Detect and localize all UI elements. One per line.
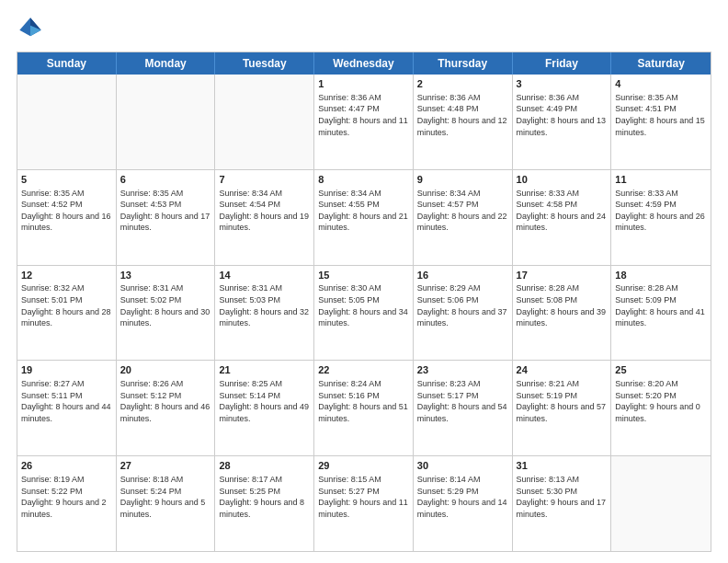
calendar-row: 5Sunrise: 8:35 AM Sunset: 4:52 PM Daylig… <box>17 169 711 265</box>
calendar-day-11: 11Sunrise: 8:33 AM Sunset: 4:59 PM Dayli… <box>611 170 711 265</box>
sun-info: Sunrise: 8:35 AM Sunset: 4:53 PM Dayligh… <box>120 188 211 234</box>
day-number: 16 <box>417 269 508 282</box>
day-number: 6 <box>120 173 211 187</box>
weekday-header: Thursday <box>414 52 513 75</box>
day-number: 21 <box>219 363 310 377</box>
day-number: 22 <box>318 363 409 377</box>
calendar-day-23: 23Sunrise: 8:23 AM Sunset: 5:17 PM Dayli… <box>414 361 513 455</box>
sun-info: Sunrise: 8:30 AM Sunset: 5:05 PM Dayligh… <box>318 282 409 328</box>
calendar-day-12: 12Sunrise: 8:32 AM Sunset: 5:01 PM Dayli… <box>17 266 117 361</box>
weekday-header: Saturday <box>611 52 711 75</box>
day-number: 4 <box>615 77 707 91</box>
logo <box>17 15 48 42</box>
sun-info: Sunrise: 8:27 AM Sunset: 5:11 PM Dayligh… <box>21 378 112 424</box>
day-number: 19 <box>21 363 112 377</box>
day-number: 13 <box>120 269 211 282</box>
day-number: 14 <box>219 269 310 282</box>
sun-info: Sunrise: 8:33 AM Sunset: 4:59 PM Dayligh… <box>615 188 707 234</box>
calendar-day-9: 9Sunrise: 8:34 AM Sunset: 4:57 PM Daylig… <box>414 170 513 265</box>
day-number: 2 <box>417 77 508 91</box>
day-number: 31 <box>517 459 608 473</box>
sun-info: Sunrise: 8:32 AM Sunset: 5:01 PM Dayligh… <box>21 282 112 328</box>
sun-info: Sunrise: 8:15 AM Sunset: 5:27 PM Dayligh… <box>318 474 409 520</box>
day-number: 5 <box>21 173 112 187</box>
sun-info: Sunrise: 8:21 AM Sunset: 5:19 PM Dayligh… <box>517 378 608 424</box>
sun-info: Sunrise: 8:14 AM Sunset: 5:29 PM Dayligh… <box>417 474 508 520</box>
day-number: 30 <box>417 459 508 473</box>
day-number: 12 <box>21 269 112 282</box>
calendar-day-15: 15Sunrise: 8:30 AM Sunset: 5:05 PM Dayli… <box>314 266 414 361</box>
day-number: 20 <box>120 363 211 377</box>
calendar-day-14: 14Sunrise: 8:31 AM Sunset: 5:03 PM Dayli… <box>215 266 314 361</box>
day-number: 28 <box>219 459 310 473</box>
calendar-day-24: 24Sunrise: 8:21 AM Sunset: 5:19 PM Dayli… <box>513 361 612 455</box>
sun-info: Sunrise: 8:34 AM Sunset: 4:54 PM Dayligh… <box>219 188 310 234</box>
sun-info: Sunrise: 8:33 AM Sunset: 4:58 PM Dayligh… <box>517 188 608 234</box>
calendar-empty-cell <box>17 75 117 169</box>
day-number: 9 <box>417 173 508 187</box>
calendar-day-1: 1Sunrise: 8:36 AM Sunset: 4:47 PM Daylig… <box>314 75 414 169</box>
calendar-day-5: 5Sunrise: 8:35 AM Sunset: 4:52 PM Daylig… <box>17 170 117 265</box>
sun-info: Sunrise: 8:36 AM Sunset: 4:49 PM Dayligh… <box>517 92 608 138</box>
weekday-header: Friday <box>513 52 612 75</box>
sun-info: Sunrise: 8:19 AM Sunset: 5:22 PM Dayligh… <box>21 474 112 520</box>
sun-info: Sunrise: 8:36 AM Sunset: 4:47 PM Dayligh… <box>318 92 409 138</box>
day-number: 24 <box>517 363 608 377</box>
day-number: 29 <box>318 459 409 473</box>
calendar-day-3: 3Sunrise: 8:36 AM Sunset: 4:49 PM Daylig… <box>513 75 612 169</box>
sun-info: Sunrise: 8:31 AM Sunset: 5:03 PM Dayligh… <box>219 282 310 328</box>
day-number: 17 <box>517 269 608 282</box>
calendar-day-26: 26Sunrise: 8:19 AM Sunset: 5:22 PM Dayli… <box>17 456 117 551</box>
day-number: 27 <box>120 459 211 473</box>
day-number: 23 <box>417 363 508 377</box>
day-number: 7 <box>219 173 310 187</box>
calendar-day-22: 22Sunrise: 8:24 AM Sunset: 5:16 PM Dayli… <box>314 361 414 455</box>
day-number: 25 <box>615 363 707 377</box>
calendar-day-27: 27Sunrise: 8:18 AM Sunset: 5:24 PM Dayli… <box>117 456 216 551</box>
day-number: 3 <box>517 77 608 91</box>
page: SundayMondayTuesdayWednesdayThursdayFrid… <box>0 0 728 563</box>
calendar-header: SundayMondayTuesdayWednesdayThursdayFrid… <box>17 52 711 75</box>
day-number: 11 <box>615 173 707 187</box>
sun-info: Sunrise: 8:31 AM Sunset: 5:02 PM Dayligh… <box>120 282 211 328</box>
sun-info: Sunrise: 8:20 AM Sunset: 5:20 PM Dayligh… <box>615 378 707 424</box>
calendar-day-25: 25Sunrise: 8:20 AM Sunset: 5:20 PM Dayli… <box>611 361 711 455</box>
sun-info: Sunrise: 8:23 AM Sunset: 5:17 PM Dayligh… <box>417 378 508 424</box>
logo-icon <box>17 15 44 42</box>
weekday-header: Monday <box>117 52 216 75</box>
sun-info: Sunrise: 8:29 AM Sunset: 5:06 PM Dayligh… <box>417 282 508 328</box>
calendar-day-16: 16Sunrise: 8:29 AM Sunset: 5:06 PM Dayli… <box>414 266 513 361</box>
sun-info: Sunrise: 8:24 AM Sunset: 5:16 PM Dayligh… <box>318 378 409 424</box>
calendar-empty-cell <box>117 75 216 169</box>
calendar-row: 26Sunrise: 8:19 AM Sunset: 5:22 PM Dayli… <box>17 455 711 551</box>
sun-info: Sunrise: 8:34 AM Sunset: 4:55 PM Dayligh… <box>318 188 409 234</box>
weekday-header: Sunday <box>17 52 117 75</box>
calendar-day-4: 4Sunrise: 8:35 AM Sunset: 4:51 PM Daylig… <box>611 75 711 169</box>
sun-info: Sunrise: 8:13 AM Sunset: 5:30 PM Dayligh… <box>517 474 608 520</box>
sun-info: Sunrise: 8:17 AM Sunset: 5:25 PM Dayligh… <box>219 474 310 520</box>
weekday-header: Wednesday <box>314 52 414 75</box>
day-number: 10 <box>517 173 608 187</box>
calendar-row: 12Sunrise: 8:32 AM Sunset: 5:01 PM Dayli… <box>17 265 711 361</box>
header <box>17 15 711 42</box>
day-number: 15 <box>318 269 409 282</box>
calendar-day-6: 6Sunrise: 8:35 AM Sunset: 4:53 PM Daylig… <box>117 170 216 265</box>
sun-info: Sunrise: 8:28 AM Sunset: 5:08 PM Dayligh… <box>517 282 608 328</box>
sun-info: Sunrise: 8:35 AM Sunset: 4:52 PM Dayligh… <box>21 188 112 234</box>
calendar-row: 19Sunrise: 8:27 AM Sunset: 5:11 PM Dayli… <box>17 360 711 455</box>
day-number: 26 <box>21 459 112 473</box>
calendar-body: 1Sunrise: 8:36 AM Sunset: 4:47 PM Daylig… <box>17 75 711 551</box>
weekday-header: Tuesday <box>215 52 314 75</box>
calendar-day-21: 21Sunrise: 8:25 AM Sunset: 5:14 PM Dayli… <box>215 361 314 455</box>
calendar-day-13: 13Sunrise: 8:31 AM Sunset: 5:02 PM Dayli… <box>117 266 216 361</box>
calendar-day-2: 2Sunrise: 8:36 AM Sunset: 4:48 PM Daylig… <box>414 75 513 169</box>
calendar-row: 1Sunrise: 8:36 AM Sunset: 4:47 PM Daylig… <box>17 75 711 169</box>
calendar-day-31: 31Sunrise: 8:13 AM Sunset: 5:30 PM Dayli… <box>513 456 612 551</box>
calendar-day-10: 10Sunrise: 8:33 AM Sunset: 4:58 PM Dayli… <box>513 170 612 265</box>
calendar-day-29: 29Sunrise: 8:15 AM Sunset: 5:27 PM Dayli… <box>314 456 414 551</box>
calendar-empty-cell <box>215 75 314 169</box>
sun-info: Sunrise: 8:35 AM Sunset: 4:51 PM Dayligh… <box>615 92 707 138</box>
sun-info: Sunrise: 8:26 AM Sunset: 5:12 PM Dayligh… <box>120 378 211 424</box>
calendar-day-17: 17Sunrise: 8:28 AM Sunset: 5:08 PM Dayli… <box>513 266 612 361</box>
sun-info: Sunrise: 8:25 AM Sunset: 5:14 PM Dayligh… <box>219 378 310 424</box>
